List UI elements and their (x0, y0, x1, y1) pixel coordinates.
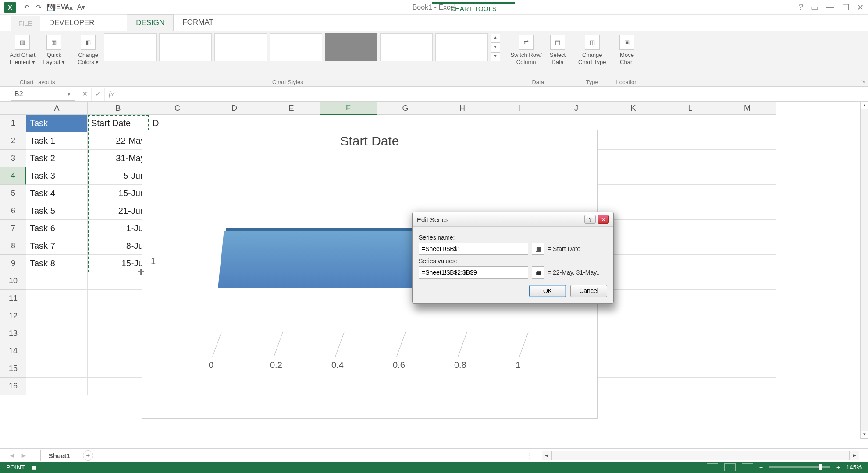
close-button[interactable]: ✕ (857, 3, 864, 12)
chart-style-thumb[interactable] (380, 33, 433, 61)
cell[interactable]: Task 7 (26, 237, 88, 255)
series-values-input[interactable] (419, 266, 528, 279)
cell[interactable] (662, 167, 719, 185)
chart-styles-gallery[interactable]: ▴▾▾ (104, 33, 500, 61)
chart-style-thumb[interactable] (159, 33, 212, 61)
macro-record-icon[interactable]: ▦ (31, 464, 37, 471)
chart-style-thumb-selected[interactable] (325, 33, 377, 61)
cell[interactable] (719, 307, 776, 325)
zoom-out-button[interactable]: − (759, 464, 763, 471)
cell[interactable] (719, 115, 776, 132)
cell[interactable]: Task 2 (26, 150, 88, 167)
row-header[interactable]: 12 (0, 307, 26, 325)
tab-design[interactable]: DESIGN (127, 14, 174, 31)
zoom-slider[interactable] (769, 466, 830, 468)
ribbon-display-options[interactable]: ▭ (811, 3, 818, 12)
cell[interactable]: 22-May (88, 132, 149, 150)
select-all-corner[interactable] (0, 102, 26, 115)
cell[interactable] (719, 150, 776, 167)
cell[interactable]: 31-May (88, 150, 149, 167)
cell[interactable]: Task 6 (26, 220, 88, 237)
chart-style-thumb[interactable] (214, 33, 267, 61)
cell[interactable] (26, 360, 88, 378)
cell[interactable]: Task 4 (26, 185, 88, 202)
column-header[interactable]: B (88, 102, 149, 115)
zoom-level[interactable]: 145% (846, 464, 862, 471)
cell[interactable]: Task 1 (26, 132, 88, 150)
cell[interactable] (605, 167, 662, 185)
column-header[interactable]: I (491, 102, 548, 115)
dialog-close-button[interactable]: ✕ (598, 215, 609, 224)
range-picker-button[interactable]: ▦ (532, 243, 544, 255)
cell[interactable]: Task 3 (26, 167, 88, 185)
add-chart-element-button[interactable]: ▥Add Chart Element ▾ (7, 33, 38, 67)
dialog-titlebar[interactable]: Edit Series ? ✕ (413, 212, 613, 227)
cell[interactable] (605, 185, 662, 202)
cell[interactable] (662, 307, 719, 325)
dialog-launcher-icon[interactable]: ↘ (861, 78, 865, 85)
cell[interactable] (662, 115, 719, 132)
cell[interactable] (719, 325, 776, 342)
scroll-up-button[interactable]: ▴ (861, 102, 868, 109)
select-data-button[interactable]: ▤Select Data (547, 33, 568, 67)
row-header[interactable]: 3 (0, 150, 26, 167)
cell[interactable]: 8-Jul (88, 237, 149, 255)
column-header[interactable]: J (548, 102, 605, 115)
sheet-nav-prev[interactable]: ◄ (9, 452, 15, 459)
column-header[interactable]: K (605, 102, 662, 115)
cell[interactable] (26, 325, 88, 342)
sheet-nav-next[interactable]: ► (21, 452, 27, 459)
chart-title[interactable]: Start Date (142, 134, 597, 148)
restore-button[interactable]: ❐ (842, 3, 849, 12)
cell[interactable]: 15-Jun (88, 185, 149, 202)
column-header[interactable]: L (662, 102, 719, 115)
row-header[interactable]: 6 (0, 202, 26, 220)
cell[interactable] (719, 255, 776, 272)
minimize-button[interactable]: — (826, 3, 834, 12)
hscroll-track[interactable] (551, 451, 850, 460)
switch-row-column-button[interactable]: ⇄Switch Row/ Column (508, 33, 544, 67)
gallery-scroll[interactable]: ▴▾▾ (491, 34, 500, 61)
view-page-layout-button[interactable] (724, 463, 736, 471)
cell[interactable] (605, 378, 662, 395)
cell[interactable] (719, 237, 776, 255)
column-header[interactable]: C (149, 102, 206, 115)
cell[interactable] (605, 325, 662, 342)
column-header[interactable]: H (434, 102, 491, 115)
cell[interactable] (88, 342, 149, 360)
column-header[interactable]: E (263, 102, 320, 115)
cell[interactable] (719, 220, 776, 237)
cell[interactable] (719, 185, 776, 202)
cell[interactable] (88, 307, 149, 325)
cell[interactable]: Start Date (88, 115, 149, 132)
row-header[interactable]: 11 (0, 290, 26, 307)
cell[interactable] (662, 220, 719, 237)
cell[interactable]: 5-Jun (88, 167, 149, 185)
dialog-help-button[interactable]: ? (584, 215, 596, 224)
cell[interactable] (26, 342, 88, 360)
row-header[interactable]: 1 (0, 115, 26, 132)
tab-developer[interactable]: DEVELOPER (40, 15, 109, 31)
help-button[interactable]: ? (799, 3, 803, 12)
change-colors-button[interactable]: ◧Change Colors ▾ (75, 33, 101, 67)
cell[interactable]: Task (26, 115, 88, 132)
cell[interactable] (605, 150, 662, 167)
name-box[interactable]: B2▼ (11, 88, 75, 101)
row-header[interactable]: 10 (0, 272, 26, 290)
row-header[interactable]: 5 (0, 185, 26, 202)
column-header[interactable]: G (377, 102, 434, 115)
change-chart-type-button[interactable]: ◫Change Chart Type (576, 33, 608, 67)
cell[interactable] (719, 290, 776, 307)
cell[interactable] (662, 132, 719, 150)
row-header[interactable]: 8 (0, 237, 26, 255)
row-header[interactable]: 2 (0, 132, 26, 150)
insert-function-button[interactable]: fx (104, 88, 117, 101)
tab-view[interactable]: VIEW (40, 0, 109, 15)
row-header[interactable]: 4 (0, 167, 26, 185)
row-header[interactable]: 7 (0, 220, 26, 237)
column-header[interactable]: F (320, 102, 377, 115)
cell[interactable] (605, 132, 662, 150)
undo-button[interactable]: ↶ (20, 2, 32, 13)
cell[interactable] (719, 202, 776, 220)
cell[interactable] (88, 360, 149, 378)
